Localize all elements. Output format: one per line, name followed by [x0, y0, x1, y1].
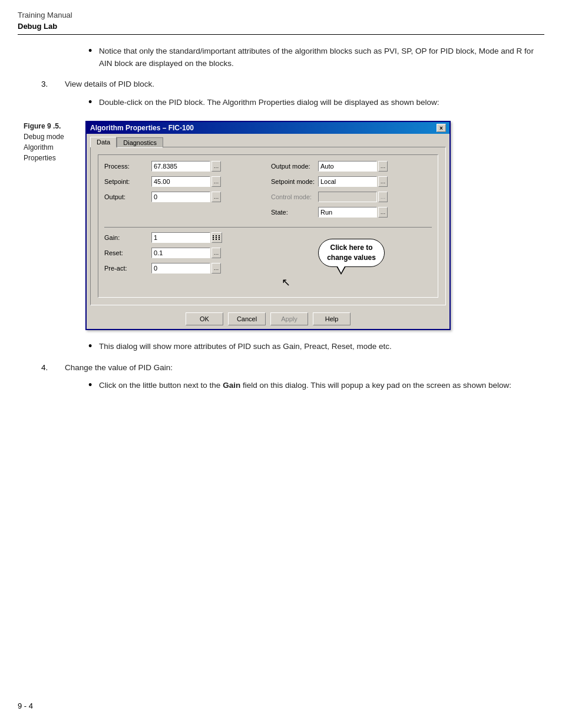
dialog-tabs: Data Diagnostics — [87, 134, 449, 147]
tab-data[interactable]: Data — [90, 137, 117, 147]
control-mode-label: Control mode: — [271, 193, 318, 200]
cursor-icon: ↖ — [282, 276, 290, 289]
setpoint-mode-input[interactable] — [318, 176, 377, 187]
bullet-2-icon: • — [88, 95, 99, 109]
bullet-4-icon: • — [88, 378, 99, 392]
state-field-row: State: … — [271, 207, 432, 218]
doc-subtitle: Debug Lab — [18, 22, 544, 31]
output-btn[interactable]: … — [211, 192, 221, 202]
page-number: 9 - 4 — [18, 701, 33, 710]
step-3-label: 3. — [18, 78, 65, 91]
dialog-lower-columns: Gain: — [104, 232, 432, 291]
bullet-4-pre: Click on the little button next to the — [99, 381, 223, 390]
gain-label: Gain: — [104, 234, 151, 241]
output-mode-field-row: Output mode: … — [271, 161, 432, 172]
bullet-1-icon: • — [88, 44, 99, 70]
step-3-section: 3. View details of PID block. — [18, 78, 544, 91]
figure-caption: Figure 9 .5. Debug mode Algorithm Proper… — [18, 121, 85, 330]
dialog-inner-divider — [104, 227, 432, 228]
callout-bubble: Click here tochange values — [318, 239, 385, 267]
process-input-wrap: … — [151, 161, 221, 172]
state-btn[interactable]: … — [378, 207, 388, 218]
process-field-row: Process: … — [104, 161, 265, 172]
dialog-lower-left: Gain: — [104, 232, 265, 291]
state-label: State: — [271, 209, 318, 216]
dialog-inner: Process: … Setpoint: — [98, 154, 438, 298]
control-mode-btn: … — [378, 192, 388, 202]
pre-act-input[interactable] — [151, 263, 210, 274]
step-4-label: 4. — [18, 362, 65, 374]
pre-act-label: Pre-act: — [104, 265, 151, 272]
dialog-right-col: Output mode: … Setpoint mode: — [271, 161, 432, 222]
output-field-row: Output: … — [104, 192, 265, 202]
setpoint-mode-btn[interactable]: … — [378, 176, 388, 187]
state-wrap: … — [318, 207, 388, 218]
bullet-2-text: Double-click on the PID block. The Algor… — [99, 97, 439, 109]
figure-label: Figure 9 .5. — [24, 121, 85, 131]
bullet-3-text: This dialog will show more attributes of… — [99, 341, 392, 353]
figure-caption-line3: Properties — [24, 153, 85, 163]
doc-header: Training Manual Debug Lab — [18, 11, 544, 31]
grid-dots-icon — [213, 235, 221, 240]
figure-caption-line1: Debug mode — [24, 131, 85, 142]
dialog-title: Algorithm Properties – FIC-100 — [90, 124, 194, 132]
setpoint-mode-label: Setpoint mode: — [271, 178, 318, 185]
setpoint-label: Setpoint: — [104, 178, 151, 185]
dialog-upper-columns: Process: … Setpoint: — [104, 161, 432, 222]
setpoint-field-row: Setpoint: … — [104, 176, 265, 187]
setpoint-btn[interactable]: … — [211, 176, 221, 187]
output-mode-input[interactable] — [318, 161, 377, 172]
reset-label: Reset: — [104, 249, 151, 256]
cancel-button[interactable]: Cancel — [228, 312, 266, 325]
pre-act-btn[interactable]: … — [211, 263, 221, 274]
output-mode-wrap: … — [318, 161, 388, 172]
content-area: • Notice that only the standard/importan… — [18, 45, 544, 401]
cursor-area: ↖ — [271, 274, 432, 291]
bullet-4-text: Click on the little button next to the G… — [99, 380, 511, 392]
tab-diagnostics[interactable]: Diagnostics — [117, 137, 163, 148]
process-btn[interactable]: … — [211, 161, 221, 172]
gain-wrap — [151, 232, 222, 243]
setpoint-mode-field-row: Setpoint mode: … — [271, 176, 432, 187]
step-4-section: 4. Change the value of PID Gain: — [18, 362, 544, 374]
control-mode-wrap: … — [318, 192, 388, 202]
process-input[interactable] — [151, 161, 210, 172]
gain-grid-btn[interactable] — [211, 232, 222, 243]
dialog-titlebar: Algorithm Properties – FIC-100 × — [87, 122, 449, 134]
setpoint-input-wrap: … — [151, 176, 221, 187]
setpoint-mode-wrap: … — [318, 176, 388, 187]
callout-area: Click here tochange values — [271, 232, 432, 274]
bullet-1-section: • Notice that only the standard/importan… — [88, 45, 544, 70]
algorithm-properties-dialog: Algorithm Properties – FIC-100 × Data Di… — [85, 121, 451, 330]
output-mode-btn[interactable]: … — [378, 161, 388, 172]
reset-input[interactable] — [151, 248, 210, 258]
help-button[interactable]: Help — [313, 312, 351, 325]
callout-text: Click here tochange values — [327, 243, 376, 262]
reset-wrap: … — [151, 248, 221, 258]
output-mode-label: Output mode: — [271, 163, 318, 170]
gain-input[interactable] — [151, 232, 210, 243]
bullet-4-post: field on this dialog. This will popup a … — [240, 381, 511, 390]
output-input-wrap: … — [151, 192, 221, 202]
state-input[interactable] — [318, 207, 377, 218]
process-label: Process: — [104, 163, 151, 170]
reset-btn[interactable]: … — [211, 248, 221, 258]
header-divider — [18, 34, 544, 35]
step-3-text: View details of PID block. — [65, 78, 544, 91]
pre-act-wrap: … — [151, 263, 221, 274]
apply-button: Apply — [270, 312, 308, 325]
dialog-lower-right: Click here tochange values ↖ — [271, 232, 432, 291]
bullet-3-section: • This dialog will show more attributes … — [88, 341, 544, 353]
dialog-left-col: Process: … Setpoint: — [104, 161, 265, 222]
dialog-close-button[interactable]: × — [437, 124, 446, 132]
setpoint-input[interactable] — [151, 176, 210, 187]
ok-button[interactable]: OK — [186, 312, 223, 325]
gain-field-row: Gain: — [104, 232, 265, 243]
control-mode-field-row: Control mode: … — [271, 192, 432, 202]
output-input[interactable] — [151, 192, 210, 202]
output-label: Output: — [104, 193, 151, 200]
doc-title: Training Manual — [18, 11, 544, 19]
bullet-3-icon: • — [88, 340, 99, 353]
control-mode-input — [318, 192, 377, 202]
figure-caption-line2: Algorithm — [24, 142, 85, 153]
